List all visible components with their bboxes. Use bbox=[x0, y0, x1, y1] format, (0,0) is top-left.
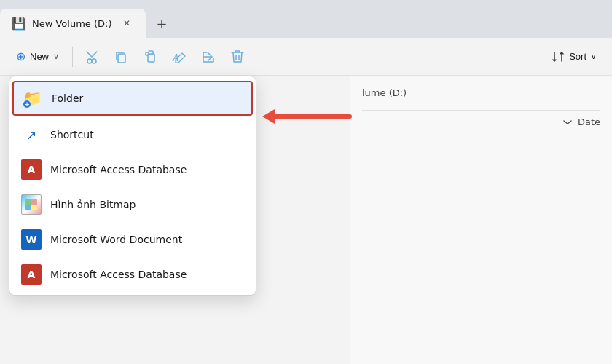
menu-item-shortcut[interactable]: ↗ Shortcut bbox=[9, 117, 256, 152]
rename-icon: A bbox=[171, 50, 187, 64]
access-db-icon: A bbox=[21, 159, 42, 180]
toolbar: ⊕ New ∨ A bbox=[0, 38, 612, 76]
new-tab-button[interactable]: + bbox=[149, 10, 175, 36]
toolbar-separator-1 bbox=[72, 47, 73, 67]
menu-item-folder[interactable]: 📁 + Folder bbox=[12, 81, 253, 116]
share-button[interactable] bbox=[195, 44, 221, 70]
access-db2-icon: A bbox=[21, 264, 42, 285]
svg-rect-2 bbox=[149, 51, 153, 54]
arrow-indicator bbox=[259, 96, 353, 140]
sort-chevron-icon bbox=[562, 117, 573, 127]
breadcrumb: lume (D:) bbox=[362, 82, 600, 104]
svg-rect-1 bbox=[148, 54, 154, 62]
share-icon bbox=[201, 50, 216, 64]
cut-button[interactable] bbox=[79, 44, 105, 70]
new-button[interactable]: ⊕ New ∨ bbox=[9, 45, 66, 68]
svg-rect-0 bbox=[118, 54, 125, 63]
active-tab[interactable]: 💾 New Volume (D:) ✕ bbox=[0, 9, 146, 38]
access-db-label: Microsoft Access Database bbox=[50, 164, 187, 175]
date-column-header: Date bbox=[562, 116, 600, 127]
right-panel: lume (D:) Date bbox=[350, 76, 612, 364]
menu-item-access-db[interactable]: A Microsoft Access Database bbox=[9, 152, 256, 187]
folder-new-icon: 📁 + bbox=[23, 88, 43, 108]
paste-button[interactable] bbox=[137, 44, 163, 70]
copy-icon bbox=[114, 50, 128, 64]
tab-title: New Volume (D:) bbox=[32, 18, 112, 29]
access-db2-label: Microsoft Access Database bbox=[50, 269, 187, 280]
delete-button[interactable] bbox=[224, 44, 251, 70]
sort-button[interactable]: Sort ∨ bbox=[544, 46, 603, 68]
sort-icon bbox=[552, 50, 565, 63]
svg-rect-7 bbox=[26, 199, 31, 205]
word-icon: W bbox=[21, 229, 42, 250]
sort-label: Sort bbox=[569, 51, 586, 62]
new-dropdown-arrow: ∨ bbox=[53, 52, 59, 61]
new-button-icon: ⊕ bbox=[16, 50, 26, 63]
menu-item-word[interactable]: W Microsoft Word Document bbox=[9, 222, 256, 257]
drive-icon: 💾 bbox=[12, 17, 26, 31]
bitmap-label: Hình ảnh Bitmap bbox=[50, 199, 136, 210]
sort-arrow: ∨ bbox=[591, 52, 596, 60]
tab-close-button[interactable]: ✕ bbox=[119, 16, 134, 31]
new-button-label: New bbox=[30, 51, 49, 62]
svg-rect-8 bbox=[31, 199, 37, 205]
word-label: Microsoft Word Document bbox=[50, 234, 182, 245]
delete-icon bbox=[231, 50, 244, 64]
menu-item-bitmap[interactable]: Hình ảnh Bitmap bbox=[9, 187, 256, 222]
title-bar: 💾 New Volume (D:) ✕ + bbox=[0, 0, 612, 38]
folder-label: Folder bbox=[52, 92, 83, 104]
shortcut-label: Shortcut bbox=[50, 129, 94, 141]
content-area: 📁 + Folder ↗ Shortcut A Microsoft Access… bbox=[0, 76, 612, 364]
rename-button[interactable]: A bbox=[166, 44, 192, 70]
shortcut-icon: ↗ bbox=[21, 124, 42, 145]
bitmap-icon bbox=[21, 194, 42, 215]
breadcrumb-text: lume (D:) bbox=[362, 87, 407, 98]
svg-rect-10 bbox=[31, 205, 37, 210]
paste-icon bbox=[143, 50, 157, 64]
menu-item-access-db2[interactable]: A Microsoft Access Database bbox=[9, 257, 256, 292]
svg-rect-9 bbox=[26, 205, 31, 210]
svg-marker-12 bbox=[262, 109, 275, 124]
new-dropdown-menu: 📁 + Folder ↗ Shortcut A Microsoft Access… bbox=[9, 76, 256, 296]
red-arrow-svg bbox=[259, 96, 353, 137]
copy-button[interactable] bbox=[108, 44, 134, 70]
cut-icon bbox=[85, 50, 99, 64]
column-header: Date bbox=[362, 110, 600, 133]
